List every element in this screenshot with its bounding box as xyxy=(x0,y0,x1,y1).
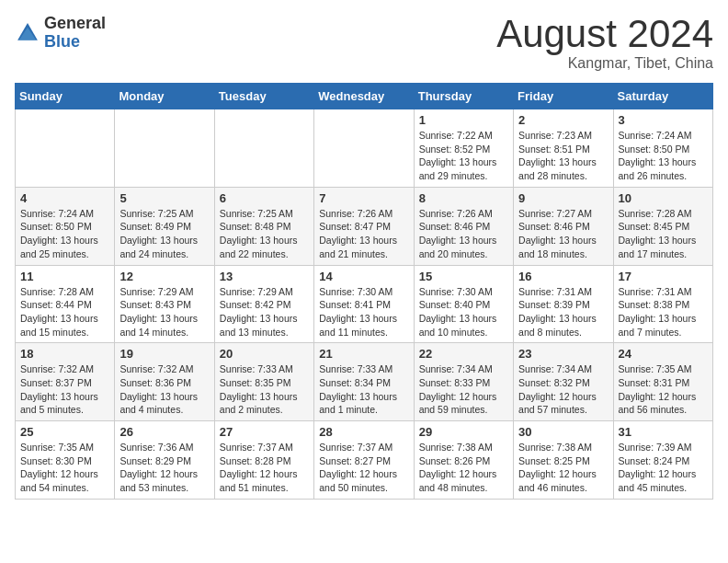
day-info: Sunrise: 7:35 AM Sunset: 8:31 PM Dayligh… xyxy=(619,362,708,417)
subtitle: Kangmar, Tibet, China xyxy=(496,55,713,72)
weekday-header: Tuesday xyxy=(214,84,313,109)
calendar-day-cell: 21Sunrise: 7:33 AM Sunset: 8:34 PM Dayli… xyxy=(314,343,414,421)
day-number: 25 xyxy=(20,425,109,439)
day-number: 15 xyxy=(419,270,508,283)
logo: General Blue xyxy=(15,15,106,52)
calendar-day-cell xyxy=(214,109,313,188)
day-number: 6 xyxy=(220,191,309,205)
calendar-day-cell: 11Sunrise: 7:28 AM Sunset: 8:44 PM Dayli… xyxy=(16,265,115,343)
calendar-day-cell: 14Sunrise: 7:30 AM Sunset: 8:41 PM Dayli… xyxy=(314,265,414,343)
calendar-day-cell: 19Sunrise: 7:32 AM Sunset: 8:36 PM Dayli… xyxy=(115,343,214,421)
day-number: 29 xyxy=(419,425,508,439)
day-number: 26 xyxy=(119,425,209,439)
day-info: Sunrise: 7:24 AM Sunset: 8:50 PM Dayligh… xyxy=(20,207,109,261)
day-info: Sunrise: 7:28 AM Sunset: 8:45 PM Dayligh… xyxy=(619,207,708,261)
day-number: 4 xyxy=(20,191,109,205)
calendar-day-cell: 7Sunrise: 7:26 AM Sunset: 8:47 PM Daylig… xyxy=(314,187,414,265)
day-info: Sunrise: 7:37 AM Sunset: 8:27 PM Dayligh… xyxy=(319,441,408,495)
calendar-header-row: SundayMondayTuesdayWednesdayThursdayFrid… xyxy=(16,84,713,109)
day-info: Sunrise: 7:24 AM Sunset: 8:50 PM Dayligh… xyxy=(619,129,708,183)
calendar-week-row: 11Sunrise: 7:28 AM Sunset: 8:44 PM Dayli… xyxy=(16,265,713,343)
calendar-day-cell: 16Sunrise: 7:31 AM Sunset: 8:39 PM Dayli… xyxy=(514,265,613,343)
day-number: 9 xyxy=(518,191,608,205)
calendar-day-cell: 8Sunrise: 7:26 AM Sunset: 8:46 PM Daylig… xyxy=(414,187,513,265)
calendar-day-cell: 27Sunrise: 7:37 AM Sunset: 8:28 PM Dayli… xyxy=(214,421,313,500)
day-number: 16 xyxy=(518,270,608,283)
calendar-week-row: 1Sunrise: 7:22 AM Sunset: 8:52 PM Daylig… xyxy=(16,109,713,188)
calendar-day-cell: 2Sunrise: 7:23 AM Sunset: 8:51 PM Daylig… xyxy=(514,109,613,188)
page-header: General Blue August 2024 Kangmar, Tibet,… xyxy=(15,15,713,72)
calendar-day-cell: 1Sunrise: 7:22 AM Sunset: 8:52 PM Daylig… xyxy=(414,109,513,188)
day-info: Sunrise: 7:29 AM Sunset: 8:43 PM Dayligh… xyxy=(119,285,209,339)
calendar-day-cell: 3Sunrise: 7:24 AM Sunset: 8:50 PM Daylig… xyxy=(613,109,712,188)
day-info: Sunrise: 7:34 AM Sunset: 8:33 PM Dayligh… xyxy=(419,362,508,417)
day-info: Sunrise: 7:22 AM Sunset: 8:52 PM Dayligh… xyxy=(419,129,508,183)
weekday-header: Friday xyxy=(514,84,613,109)
day-number: 3 xyxy=(619,113,708,127)
day-number: 8 xyxy=(419,191,508,205)
day-number: 17 xyxy=(619,270,708,283)
calendar-day-cell: 18Sunrise: 7:32 AM Sunset: 8:37 PM Dayli… xyxy=(16,343,115,421)
calendar-day-cell: 30Sunrise: 7:38 AM Sunset: 8:25 PM Dayli… xyxy=(514,421,613,500)
weekday-header: Monday xyxy=(115,84,214,109)
weekday-header: Saturday xyxy=(613,84,712,109)
logo-icon xyxy=(15,20,40,46)
day-info: Sunrise: 7:30 AM Sunset: 8:41 PM Dayligh… xyxy=(319,285,408,339)
calendar-day-cell: 28Sunrise: 7:37 AM Sunset: 8:27 PM Dayli… xyxy=(314,421,414,500)
logo-general: General xyxy=(44,15,106,33)
day-info: Sunrise: 7:31 AM Sunset: 8:39 PM Dayligh… xyxy=(518,285,608,339)
day-number: 28 xyxy=(319,425,408,439)
day-info: Sunrise: 7:35 AM Sunset: 8:30 PM Dayligh… xyxy=(20,441,109,495)
main-title: August 2024 xyxy=(496,15,713,53)
day-info: Sunrise: 7:38 AM Sunset: 8:26 PM Dayligh… xyxy=(419,441,508,495)
day-number: 23 xyxy=(518,347,608,361)
day-info: Sunrise: 7:36 AM Sunset: 8:29 PM Dayligh… xyxy=(119,441,209,495)
calendar-day-cell: 15Sunrise: 7:30 AM Sunset: 8:40 PM Dayli… xyxy=(414,265,513,343)
day-number: 31 xyxy=(619,425,708,439)
calendar-day-cell: 31Sunrise: 7:39 AM Sunset: 8:24 PM Dayli… xyxy=(613,421,712,500)
calendar-day-cell: 20Sunrise: 7:33 AM Sunset: 8:35 PM Dayli… xyxy=(214,343,313,421)
day-info: Sunrise: 7:38 AM Sunset: 8:25 PM Dayligh… xyxy=(518,441,608,495)
day-info: Sunrise: 7:28 AM Sunset: 8:44 PM Dayligh… xyxy=(20,285,109,339)
day-number: 27 xyxy=(220,425,309,439)
calendar-day-cell: 25Sunrise: 7:35 AM Sunset: 8:30 PM Dayli… xyxy=(16,421,115,500)
day-info: Sunrise: 7:23 AM Sunset: 8:51 PM Dayligh… xyxy=(518,129,608,183)
weekday-header: Wednesday xyxy=(314,84,414,109)
calendar-week-row: 25Sunrise: 7:35 AM Sunset: 8:30 PM Dayli… xyxy=(16,421,713,500)
calendar-day-cell xyxy=(314,109,414,188)
calendar-day-cell: 23Sunrise: 7:34 AM Sunset: 8:32 PM Dayli… xyxy=(514,343,613,421)
weekday-header: Sunday xyxy=(16,84,115,109)
calendar-day-cell: 10Sunrise: 7:28 AM Sunset: 8:45 PM Dayli… xyxy=(613,187,712,265)
calendar-day-cell: 17Sunrise: 7:31 AM Sunset: 8:38 PM Dayli… xyxy=(613,265,712,343)
logo-blue: Blue xyxy=(44,33,106,52)
day-number: 10 xyxy=(619,191,708,205)
calendar-week-row: 18Sunrise: 7:32 AM Sunset: 8:37 PM Dayli… xyxy=(16,343,713,421)
calendar-day-cell: 6Sunrise: 7:25 AM Sunset: 8:48 PM Daylig… xyxy=(214,187,313,265)
day-info: Sunrise: 7:34 AM Sunset: 8:32 PM Dayligh… xyxy=(518,362,608,417)
calendar-day-cell: 29Sunrise: 7:38 AM Sunset: 8:26 PM Dayli… xyxy=(414,421,513,500)
day-number: 30 xyxy=(518,425,608,439)
day-info: Sunrise: 7:32 AM Sunset: 8:36 PM Dayligh… xyxy=(119,362,209,417)
day-info: Sunrise: 7:39 AM Sunset: 8:24 PM Dayligh… xyxy=(619,441,708,495)
day-info: Sunrise: 7:26 AM Sunset: 8:46 PM Dayligh… xyxy=(419,207,508,261)
day-info: Sunrise: 7:31 AM Sunset: 8:38 PM Dayligh… xyxy=(619,285,708,339)
day-number: 2 xyxy=(518,113,608,127)
day-number: 24 xyxy=(619,347,708,361)
calendar-day-cell: 5Sunrise: 7:25 AM Sunset: 8:49 PM Daylig… xyxy=(115,187,214,265)
day-info: Sunrise: 7:32 AM Sunset: 8:37 PM Dayligh… xyxy=(20,362,109,417)
logo-text: General Blue xyxy=(44,15,106,52)
day-number: 19 xyxy=(119,347,209,361)
calendar-day-cell: 4Sunrise: 7:24 AM Sunset: 8:50 PM Daylig… xyxy=(16,187,115,265)
day-number: 14 xyxy=(319,270,408,283)
calendar-day-cell: 13Sunrise: 7:29 AM Sunset: 8:42 PM Dayli… xyxy=(214,265,313,343)
calendar-day-cell: 22Sunrise: 7:34 AM Sunset: 8:33 PM Dayli… xyxy=(414,343,513,421)
weekday-header: Thursday xyxy=(414,84,513,109)
calendar-day-cell: 26Sunrise: 7:36 AM Sunset: 8:29 PM Dayli… xyxy=(115,421,214,500)
day-number: 7 xyxy=(319,191,408,205)
day-number: 20 xyxy=(220,347,309,361)
day-info: Sunrise: 7:29 AM Sunset: 8:42 PM Dayligh… xyxy=(220,285,309,339)
day-info: Sunrise: 7:25 AM Sunset: 8:48 PM Dayligh… xyxy=(220,207,309,261)
calendar-day-cell: 24Sunrise: 7:35 AM Sunset: 8:31 PM Dayli… xyxy=(613,343,712,421)
day-number: 5 xyxy=(119,191,209,205)
day-info: Sunrise: 7:33 AM Sunset: 8:34 PM Dayligh… xyxy=(319,362,408,417)
